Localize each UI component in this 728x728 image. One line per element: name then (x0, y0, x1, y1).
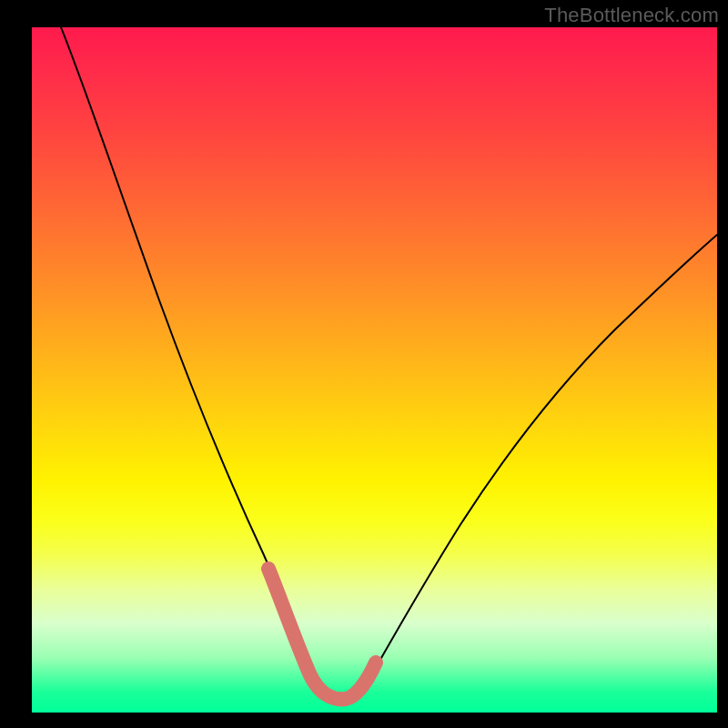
bottleneck-curve (61, 27, 717, 699)
plot-area (32, 27, 717, 713)
highlight-marker (268, 569, 376, 699)
chart-frame: TheBottleneck.com (0, 0, 728, 728)
watermark-text: TheBottleneck.com (544, 4, 719, 27)
curve-layer (32, 27, 717, 713)
